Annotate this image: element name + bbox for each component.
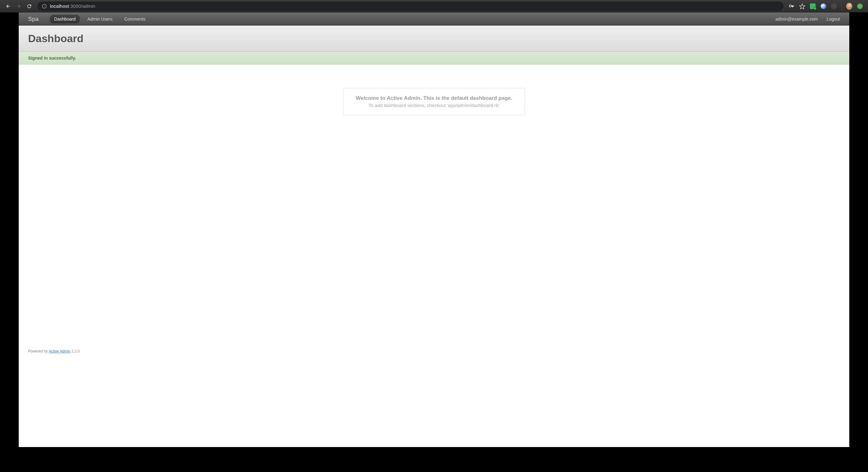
- admin-footer: Powered by Active Admin 2.2.0: [19, 343, 849, 366]
- site-title-link[interactable]: Spa: [28, 16, 39, 23]
- footer-active-admin-link[interactable]: Active Admin: [49, 349, 70, 353]
- nav-item-comments[interactable]: Comments: [120, 14, 150, 23]
- profile-avatar[interactable]: [846, 3, 852, 9]
- extension-gray-icon[interactable]: [831, 3, 837, 9]
- welcome-panel: Welcome to Active Admin. This is the def…: [343, 88, 525, 115]
- welcome-title: Welcome to Active Admin. This is the def…: [356, 95, 513, 101]
- browser-toolbar: i localhost:3000/admin: [0, 0, 868, 12]
- footer-prefix: Powered by: [28, 349, 49, 353]
- footer-version: 2.2.0: [70, 349, 80, 353]
- admin-nav: Spa Dashboard Admin Users Comments admin…: [19, 12, 849, 26]
- bookmark-star-icon[interactable]: [799, 3, 805, 9]
- page-title: Dashboard: [28, 32, 840, 45]
- back-button[interactable]: [4, 2, 12, 10]
- site-info-icon[interactable]: i: [42, 4, 47, 9]
- content-area: Welcome to Active Admin. This is the def…: [19, 65, 849, 424]
- forward-button[interactable]: [14, 2, 23, 10]
- current-user-link[interactable]: admin@example.com: [776, 17, 818, 22]
- nav-item-dashboard[interactable]: Dashboard: [50, 14, 80, 23]
- logout-link[interactable]: Logout: [827, 17, 840, 22]
- key-icon[interactable]: [788, 3, 795, 9]
- flash-notice: Signed in successfully.: [19, 52, 849, 65]
- svg-text:i: i: [44, 5, 45, 8]
- nav-item-admin-users[interactable]: Admin Users: [83, 14, 117, 23]
- url-text: localhost:3000/admin: [50, 3, 95, 9]
- welcome-subtitle: To add dashboard sections, checkout 'app…: [356, 102, 513, 108]
- extension-upload-icon[interactable]: ↑: [857, 3, 863, 9]
- reload-button[interactable]: [25, 2, 34, 10]
- extension-evernote-icon[interactable]: [810, 3, 816, 9]
- toolbar-divider: [841, 3, 842, 9]
- address-bar[interactable]: i localhost:3000/admin: [37, 2, 783, 11]
- title-bar: Dashboard: [19, 26, 849, 52]
- extension-blue-icon[interactable]: [820, 3, 827, 9]
